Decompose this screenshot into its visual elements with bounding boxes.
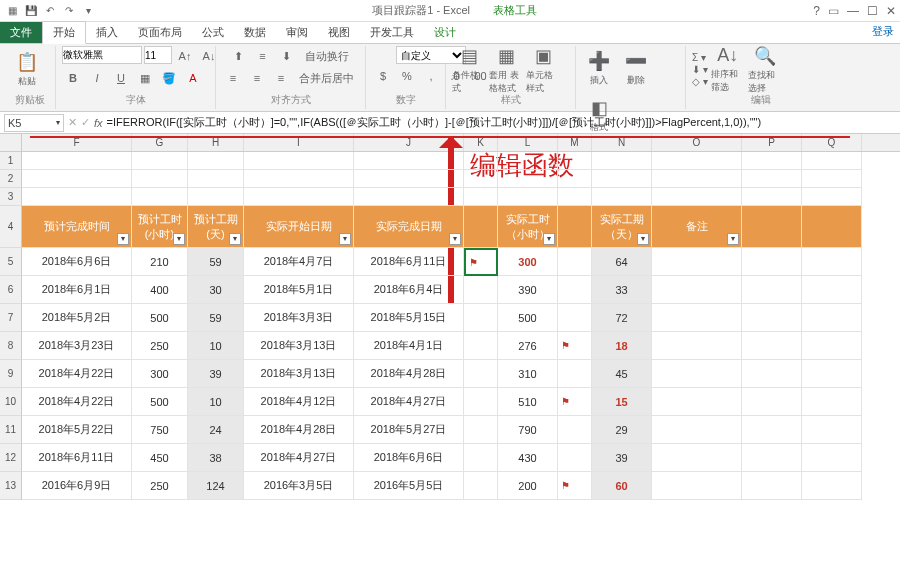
sort-filter-button[interactable]: A↓排序和筛选 bbox=[711, 48, 745, 92]
tab-design[interactable]: 设计 bbox=[424, 22, 466, 43]
cell[interactable] bbox=[802, 444, 862, 472]
tab-insert[interactable]: 插入 bbox=[86, 22, 128, 43]
align-right-icon[interactable]: ≡ bbox=[270, 68, 292, 88]
cell[interactable] bbox=[802, 276, 862, 304]
tab-file[interactable]: 文件 bbox=[0, 22, 42, 43]
row-header[interactable]: 11 bbox=[0, 416, 22, 444]
cell-flag[interactable] bbox=[464, 248, 498, 276]
cell[interactable]: 2018年6月6日 bbox=[22, 248, 132, 276]
row-header[interactable]: 9 bbox=[0, 360, 22, 388]
cell[interactable] bbox=[244, 170, 354, 188]
cell-flag[interactable] bbox=[558, 332, 592, 360]
cell[interactable]: 45 bbox=[592, 360, 652, 388]
cell[interactable]: 59 bbox=[188, 248, 244, 276]
account-link[interactable]: 登录 bbox=[872, 24, 894, 39]
cell[interactable] bbox=[558, 188, 592, 206]
row-header[interactable]: 6 bbox=[0, 276, 22, 304]
cell[interactable] bbox=[464, 152, 498, 170]
cell[interactable] bbox=[802, 188, 862, 206]
name-box[interactable]: K5▾ bbox=[4, 114, 64, 132]
cell[interactable] bbox=[558, 152, 592, 170]
cell[interactable]: 750 bbox=[132, 416, 188, 444]
table-header[interactable]: 实际工时（小时）▾ bbox=[498, 206, 558, 248]
table-header[interactable]: 预计工期(天)▾ bbox=[188, 206, 244, 248]
delete-button[interactable]: ➖删除 bbox=[619, 46, 653, 90]
cell[interactable] bbox=[354, 170, 464, 188]
tab-home[interactable]: 开始 bbox=[42, 21, 86, 44]
cell[interactable]: 2018年4月7日 bbox=[244, 248, 354, 276]
underline-button[interactable]: U bbox=[110, 68, 132, 88]
clear-icon[interactable]: ◇ ▾ bbox=[692, 76, 708, 87]
cell[interactable] bbox=[652, 444, 742, 472]
cell[interactable] bbox=[742, 388, 802, 416]
ribbon-options-icon[interactable]: ▭ bbox=[828, 4, 839, 18]
tab-view[interactable]: 视图 bbox=[318, 22, 360, 43]
cell[interactable]: 10 bbox=[188, 332, 244, 360]
cell[interactable] bbox=[498, 170, 558, 188]
cell-flag[interactable] bbox=[558, 388, 592, 416]
cell[interactable]: 2018年4月22日 bbox=[22, 360, 132, 388]
cell[interactable] bbox=[652, 170, 742, 188]
row-header[interactable]: 3 bbox=[0, 188, 22, 206]
filter-icon[interactable]: ▾ bbox=[727, 233, 739, 245]
cell[interactable]: 390 bbox=[498, 276, 558, 304]
align-mid-icon[interactable]: ≡ bbox=[252, 46, 274, 66]
align-bot-icon[interactable]: ⬇ bbox=[276, 46, 298, 66]
cell[interactable]: 39 bbox=[188, 360, 244, 388]
row-header[interactable]: 7 bbox=[0, 304, 22, 332]
cell[interactable] bbox=[742, 170, 802, 188]
close-icon[interactable]: ✕ bbox=[886, 4, 896, 18]
tab-developer[interactable]: 开发工具 bbox=[360, 22, 424, 43]
cell[interactable]: 430 bbox=[498, 444, 558, 472]
table-header[interactable]: 实际开始日期▾ bbox=[244, 206, 354, 248]
cell[interactable]: 10 bbox=[188, 388, 244, 416]
cell[interactable] bbox=[802, 416, 862, 444]
row-header[interactable]: 4 bbox=[0, 206, 22, 248]
cell[interactable] bbox=[802, 152, 862, 170]
cell[interactable] bbox=[742, 416, 802, 444]
cell[interactable] bbox=[244, 152, 354, 170]
cell[interactable] bbox=[742, 472, 802, 500]
cell[interactable] bbox=[558, 170, 592, 188]
cell[interactable] bbox=[464, 188, 498, 206]
cell-flag[interactable] bbox=[464, 472, 498, 500]
cell[interactable]: 2018年5月15日 bbox=[354, 304, 464, 332]
filter-icon[interactable]: ▾ bbox=[637, 233, 649, 245]
font-name-input[interactable] bbox=[62, 46, 142, 64]
cell-flag[interactable] bbox=[464, 360, 498, 388]
row-header[interactable]: 1 bbox=[0, 152, 22, 170]
align-left-icon[interactable]: ≡ bbox=[222, 68, 244, 88]
bold-button[interactable]: B bbox=[62, 68, 84, 88]
cell[interactable]: 2018年4月12日 bbox=[244, 388, 354, 416]
filter-icon[interactable]: ▾ bbox=[339, 233, 351, 245]
cell[interactable] bbox=[652, 472, 742, 500]
cell[interactable]: 210 bbox=[132, 248, 188, 276]
worksheet-grid[interactable]: 编辑函数 F G H I J K L M N O P Q 1234预计完成时间▾… bbox=[0, 134, 900, 574]
cell[interactable] bbox=[498, 152, 558, 170]
cell[interactable]: 33 bbox=[592, 276, 652, 304]
cell[interactable] bbox=[652, 416, 742, 444]
select-all-corner[interactable] bbox=[0, 134, 22, 151]
cell[interactable]: 300 bbox=[498, 248, 558, 276]
tab-layout[interactable]: 页面布局 bbox=[128, 22, 192, 43]
table-header[interactable] bbox=[742, 206, 802, 248]
table-header[interactable] bbox=[464, 206, 498, 248]
grow-font-icon[interactable]: A↑ bbox=[174, 46, 196, 66]
cell-flag[interactable] bbox=[558, 472, 592, 500]
cell[interactable] bbox=[592, 188, 652, 206]
cell[interactable] bbox=[652, 152, 742, 170]
cell-flag[interactable] bbox=[558, 360, 592, 388]
cell[interactable] bbox=[354, 188, 464, 206]
cell[interactable]: 2018年4月28日 bbox=[354, 360, 464, 388]
cell[interactable] bbox=[132, 170, 188, 188]
cell[interactable]: 2018年3月13日 bbox=[244, 360, 354, 388]
italic-button[interactable]: I bbox=[86, 68, 108, 88]
cell[interactable] bbox=[652, 332, 742, 360]
cell[interactable]: 2018年5月22日 bbox=[22, 416, 132, 444]
cell-flag[interactable] bbox=[558, 276, 592, 304]
maximize-icon[interactable]: ☐ bbox=[867, 4, 878, 18]
cell[interactable]: 39 bbox=[592, 444, 652, 472]
cell[interactable] bbox=[188, 170, 244, 188]
cell[interactable]: 2018年4月27日 bbox=[244, 444, 354, 472]
row-header[interactable]: 12 bbox=[0, 444, 22, 472]
